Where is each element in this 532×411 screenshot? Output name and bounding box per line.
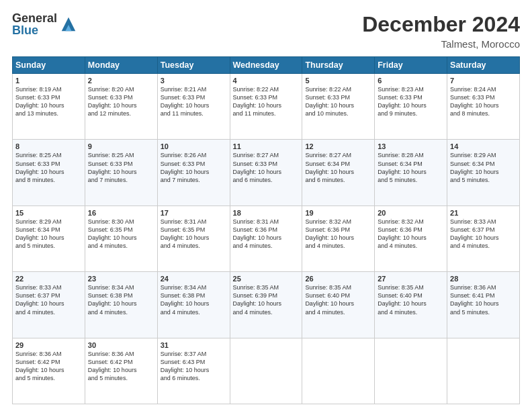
calendar-cell: 22Sunrise: 8:33 AM Sunset: 6:37 PM Dayli… [13, 272, 85, 338]
day-number: 18 [233, 209, 300, 217]
day-info: Sunrise: 8:32 AM Sunset: 6:36 PM Dayligh… [305, 218, 371, 250]
calendar-cell: 27Sunrise: 8:35 AM Sunset: 6:40 PM Dayli… [375, 272, 447, 338]
day-info: Sunrise: 8:33 AM Sunset: 6:37 PM Dayligh… [15, 283, 82, 316]
calendar-cell [375, 338, 447, 404]
calendar-week-row: 15Sunrise: 8:29 AM Sunset: 6:34 PM Dayli… [13, 205, 520, 271]
day-number: 17 [161, 209, 227, 217]
calendar-body: 1Sunrise: 8:19 AM Sunset: 6:33 PM Daylig… [13, 74, 520, 404]
day-info: Sunrise: 8:34 AM Sunset: 6:38 PM Dayligh… [88, 283, 154, 316]
day-info: Sunrise: 8:31 AM Sunset: 6:36 PM Dayligh… [233, 218, 300, 250]
day-info: Sunrise: 8:35 AM Sunset: 6:40 PM Dayligh… [305, 283, 371, 316]
calendar-week-row: 22Sunrise: 8:33 AM Sunset: 6:37 PM Dayli… [13, 272, 520, 338]
day-info: Sunrise: 8:25 AM Sunset: 6:33 PM Dayligh… [88, 151, 154, 184]
calendar-cell [447, 338, 520, 404]
day-number: 5 [305, 77, 371, 85]
day-number: 27 [378, 275, 444, 283]
day-info: Sunrise: 8:35 AM Sunset: 6:39 PM Dayligh… [233, 283, 300, 316]
day-number: 26 [305, 275, 371, 283]
calendar-cell: 11Sunrise: 8:27 AM Sunset: 6:33 PM Dayli… [230, 140, 302, 205]
day-info: Sunrise: 8:29 AM Sunset: 6:34 PM Dayligh… [450, 151, 517, 184]
calendar-cell: 21Sunrise: 8:33 AM Sunset: 6:37 PM Dayli… [447, 205, 520, 271]
day-info: Sunrise: 8:28 AM Sunset: 6:34 PM Dayligh… [378, 151, 444, 184]
day-number: 29 [15, 341, 82, 349]
calendar-cell: 20Sunrise: 8:32 AM Sunset: 6:36 PM Dayli… [375, 205, 447, 271]
day-number: 9 [88, 142, 154, 150]
day-info: Sunrise: 8:34 AM Sunset: 6:38 PM Dayligh… [161, 283, 227, 316]
day-number: 25 [233, 275, 300, 283]
calendar-cell: 28Sunrise: 8:36 AM Sunset: 6:41 PM Dayli… [447, 272, 520, 338]
calendar-cell: 9Sunrise: 8:25 AM Sunset: 6:33 PM Daylig… [85, 140, 157, 205]
day-info: Sunrise: 8:35 AM Sunset: 6:40 PM Dayligh… [378, 283, 444, 316]
day-info: Sunrise: 8:23 AM Sunset: 6:33 PM Dayligh… [378, 85, 444, 118]
day-info: Sunrise: 8:32 AM Sunset: 6:36 PM Dayligh… [378, 218, 444, 250]
calendar-cell: 13Sunrise: 8:28 AM Sunset: 6:34 PM Dayli… [375, 140, 447, 205]
day-number: 20 [378, 209, 444, 217]
calendar-cell: 3Sunrise: 8:21 AM Sunset: 6:33 PM Daylig… [157, 74, 230, 140]
calendar-week-row: 29Sunrise: 8:36 AM Sunset: 6:42 PM Dayli… [13, 338, 520, 404]
day-info: Sunrise: 8:36 AM Sunset: 6:42 PM Dayligh… [88, 350, 154, 383]
day-info: Sunrise: 8:21 AM Sunset: 6:33 PM Dayligh… [161, 85, 227, 118]
calendar-cell: 17Sunrise: 8:31 AM Sunset: 6:35 PM Dayli… [157, 205, 230, 271]
day-number: 1 [15, 77, 82, 85]
day-number: 28 [450, 275, 517, 283]
logo-text: General Blue [12, 12, 57, 36]
calendar-cell: 1Sunrise: 8:19 AM Sunset: 6:33 PM Daylig… [13, 74, 85, 140]
day-of-week-header: Saturday [447, 57, 520, 74]
calendar-cell: 6Sunrise: 8:23 AM Sunset: 6:33 PM Daylig… [375, 74, 447, 140]
day-number: 8 [15, 142, 82, 150]
calendar-cell: 31Sunrise: 8:37 AM Sunset: 6:43 PM Dayli… [157, 338, 230, 404]
calendar-cell: 8Sunrise: 8:25 AM Sunset: 6:33 PM Daylig… [13, 140, 85, 205]
calendar-cell: 16Sunrise: 8:30 AM Sunset: 6:35 PM Dayli… [85, 205, 157, 271]
day-of-week-header: Tuesday [157, 57, 230, 74]
day-info: Sunrise: 8:26 AM Sunset: 6:33 PM Dayligh… [161, 151, 227, 184]
calendar-cell: 19Sunrise: 8:32 AM Sunset: 6:36 PM Dayli… [302, 205, 375, 271]
day-info: Sunrise: 8:33 AM Sunset: 6:37 PM Dayligh… [450, 218, 517, 250]
calendar: SundayMondayTuesdayWednesdayThursdayFrid… [12, 56, 520, 404]
calendar-cell: 25Sunrise: 8:35 AM Sunset: 6:39 PM Dayli… [230, 272, 302, 338]
day-info: Sunrise: 8:29 AM Sunset: 6:34 PM Dayligh… [15, 218, 82, 250]
day-number: 2 [88, 77, 154, 85]
calendar-cell [302, 338, 375, 404]
calendar-cell: 18Sunrise: 8:31 AM Sunset: 6:36 PM Dayli… [230, 205, 302, 271]
calendar-cell: 5Sunrise: 8:22 AM Sunset: 6:33 PM Daylig… [302, 74, 375, 140]
day-info: Sunrise: 8:22 AM Sunset: 6:33 PM Dayligh… [305, 85, 371, 118]
calendar-cell: 12Sunrise: 8:27 AM Sunset: 6:34 PM Dayli… [302, 140, 375, 205]
logo-icon [59, 15, 78, 34]
day-number: 23 [88, 275, 154, 283]
calendar-cell [230, 338, 302, 404]
day-number: 14 [450, 142, 517, 150]
day-info: Sunrise: 8:24 AM Sunset: 6:33 PM Dayligh… [450, 85, 517, 118]
calendar-week-row: 8Sunrise: 8:25 AM Sunset: 6:33 PM Daylig… [13, 140, 520, 205]
month-title: December 2024 [362, 12, 520, 37]
calendar-cell: 7Sunrise: 8:24 AM Sunset: 6:33 PM Daylig… [447, 74, 520, 140]
calendar-cell: 29Sunrise: 8:36 AM Sunset: 6:42 PM Dayli… [13, 338, 85, 404]
day-info: Sunrise: 8:30 AM Sunset: 6:35 PM Dayligh… [88, 218, 154, 250]
day-info: Sunrise: 8:31 AM Sunset: 6:35 PM Dayligh… [161, 218, 227, 250]
location: Talmest, Morocco [362, 38, 520, 50]
day-of-week-header: Wednesday [230, 57, 302, 74]
calendar-cell: 14Sunrise: 8:29 AM Sunset: 6:34 PM Dayli… [447, 140, 520, 205]
day-number: 21 [450, 209, 517, 217]
day-of-week-header: Monday [85, 57, 157, 74]
calendar-cell: 26Sunrise: 8:35 AM Sunset: 6:40 PM Dayli… [302, 272, 375, 338]
day-number: 6 [378, 77, 444, 85]
calendar-cell: 4Sunrise: 8:22 AM Sunset: 6:33 PM Daylig… [230, 74, 302, 140]
calendar-cell: 30Sunrise: 8:36 AM Sunset: 6:42 PM Dayli… [85, 338, 157, 404]
day-info: Sunrise: 8:27 AM Sunset: 6:33 PM Dayligh… [233, 151, 300, 184]
day-of-week-row: SundayMondayTuesdayWednesdayThursdayFrid… [13, 57, 520, 74]
day-number: 10 [161, 142, 227, 150]
day-info: Sunrise: 8:27 AM Sunset: 6:34 PM Dayligh… [305, 151, 371, 184]
day-number: 22 [15, 275, 82, 283]
day-of-week-header: Friday [375, 57, 447, 74]
calendar-cell: 2Sunrise: 8:20 AM Sunset: 6:33 PM Daylig… [85, 74, 157, 140]
day-info: Sunrise: 8:37 AM Sunset: 6:43 PM Dayligh… [161, 350, 227, 383]
day-info: Sunrise: 8:22 AM Sunset: 6:33 PM Dayligh… [233, 85, 300, 118]
day-of-week-header: Sunday [13, 57, 85, 74]
title-block: December 2024 Talmest, Morocco [362, 12, 520, 50]
day-info: Sunrise: 8:20 AM Sunset: 6:33 PM Dayligh… [88, 85, 154, 118]
calendar-cell: 23Sunrise: 8:34 AM Sunset: 6:38 PM Dayli… [85, 272, 157, 338]
day-number: 13 [378, 142, 444, 150]
calendar-cell: 10Sunrise: 8:26 AM Sunset: 6:33 PM Dayli… [157, 140, 230, 205]
day-info: Sunrise: 8:36 AM Sunset: 6:42 PM Dayligh… [15, 350, 82, 383]
calendar-cell: 15Sunrise: 8:29 AM Sunset: 6:34 PM Dayli… [13, 205, 85, 271]
